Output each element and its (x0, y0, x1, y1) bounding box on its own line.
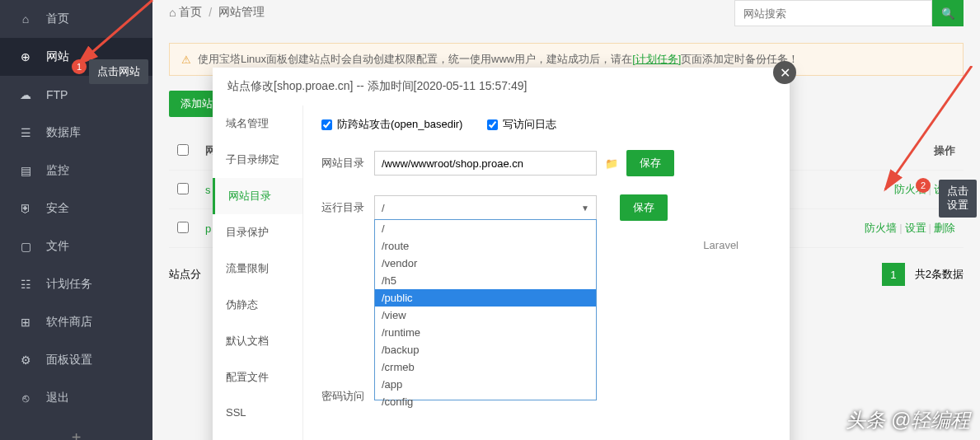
run-dir-select[interactable]: /▼ / /route /vendor /h5 /public /view /r… (374, 195, 597, 220)
modal-tabs: 域名管理 子目录绑定 网站目录 目录保护 流量限制 伪静态 默认文档 配置文件 … (213, 105, 303, 440)
close-button[interactable]: ✕ (773, 61, 796, 84)
site-edit-modal: ✕ 站点修改[shop.proae.cn] -- 添加时间[2020-05-11… (213, 68, 790, 440)
open-basedir-checkbox[interactable]: 防跨站攻击(open_basedir) (321, 117, 462, 132)
dropdown-item[interactable]: /vendor (375, 255, 596, 272)
save-run-button[interactable]: 保存 (620, 194, 668, 221)
save-dir-button[interactable]: 保存 (626, 150, 674, 176)
dropdown-item[interactable]: /runtime (375, 324, 596, 341)
tab-config[interactable]: 配置文件 (213, 359, 302, 396)
modal-content: 防跨站攻击(open_basedir) 写访问日志 网站目录 📁 保存 运行目录… (303, 105, 790, 440)
write-log-checkbox[interactable]: 写访问日志 (487, 117, 556, 132)
folder-icon[interactable]: 📁 (605, 157, 618, 170)
site-dir-input[interactable] (374, 151, 597, 176)
dropdown-item[interactable]: /config (375, 393, 596, 410)
badge-2: 2 (916, 178, 931, 193)
dropdown-item[interactable]: / (375, 220, 596, 237)
dropdown-item[interactable]: /route (375, 237, 596, 255)
close-icon: ✕ (780, 65, 790, 81)
tab-sitedir[interactable]: 网站目录 (213, 178, 302, 214)
dropdown-item[interactable]: /crmeb (375, 358, 596, 376)
tab-domain[interactable]: 域名管理 (213, 105, 302, 142)
watermark: 头条 @轻编程 (846, 407, 970, 433)
run-dir-dropdown: / /route /vendor /h5 /public /view /runt… (374, 219, 597, 400)
tab-ssl[interactable]: SSL (213, 396, 302, 429)
dropdown-item[interactable]: /h5 (375, 272, 596, 289)
dropdown-item[interactable]: /view (375, 307, 596, 324)
chevron-down-icon: ▼ (581, 204, 589, 213)
dropdown-item[interactable]: /app (375, 376, 596, 393)
dropdown-item[interactable]: /backup (375, 341, 596, 358)
tab-rewrite[interactable]: 伪静态 (213, 287, 302, 323)
badge-1: 1 (72, 59, 87, 74)
tab-php[interactable]: PHP版本 (213, 429, 302, 440)
tab-subdir[interactable]: 子目录绑定 (213, 142, 302, 178)
tab-traffic[interactable]: 流量限制 (213, 250, 302, 287)
dropdown-item-public[interactable]: /public (375, 289, 596, 307)
tab-dirprotect[interactable]: 目录保护 (213, 214, 302, 250)
modal-title: 站点修改[shop.proae.cn] -- 添加时间[2020-05-11 1… (213, 68, 790, 105)
tab-defaultdoc[interactable]: 默认文档 (213, 323, 302, 359)
callout-1: 点击网站 (89, 59, 148, 84)
callout-2: 点击设置 (939, 180, 977, 218)
